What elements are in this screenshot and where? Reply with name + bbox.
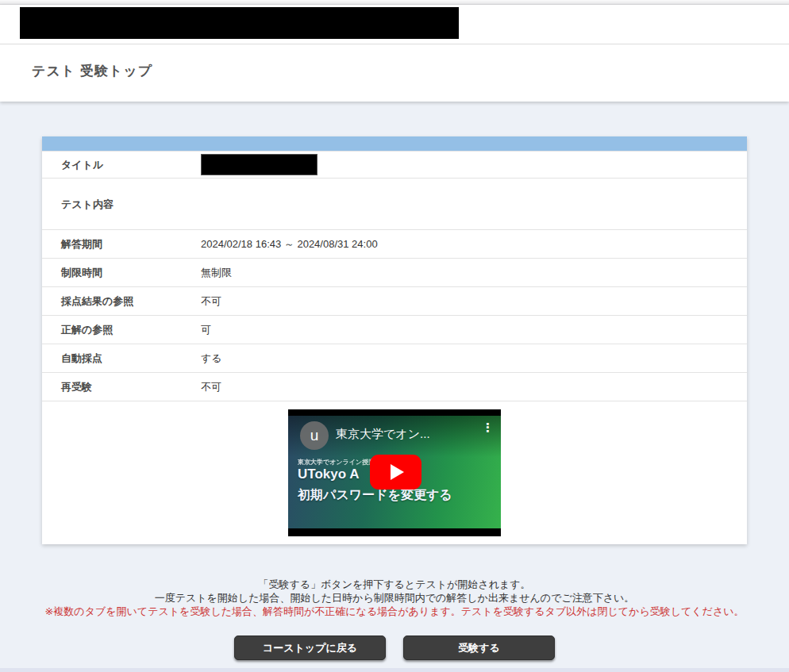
table-row-answer-reference: 正解の参照 可 bbox=[42, 315, 747, 344]
table-row-title: タイトル bbox=[42, 151, 747, 178]
row-value: 不可 bbox=[201, 380, 747, 394]
row-label: タイトル bbox=[42, 158, 201, 172]
play-button[interactable] bbox=[370, 455, 421, 490]
row-value bbox=[201, 154, 747, 175]
kebab-menu-icon[interactable]: ⋮ bbox=[482, 424, 493, 430]
row-value: 可 bbox=[201, 323, 747, 337]
redacted-test-title bbox=[201, 154, 318, 175]
start-exam-button[interactable]: 受験する bbox=[403, 636, 555, 660]
instruction-notes: 「受験する」ボタンを押下するとテストが開始されます。 一度テストを開始した場合、… bbox=[0, 578, 789, 618]
thumbnail-small-text: 東京大学でオンライン授業 bbox=[298, 458, 375, 467]
table-row-content: テスト内容 bbox=[42, 178, 747, 229]
thumbnail-text-line1: UTokyo A bbox=[298, 467, 359, 482]
note-line-warning: ※複数のタブを開いてテストを受験した場合、解答時間が不正確になる場合があります。… bbox=[0, 605, 789, 618]
table-row-auto-grading: 自動採点 する bbox=[42, 344, 747, 372]
channel-avatar[interactable]: u bbox=[300, 421, 329, 450]
play-icon bbox=[391, 464, 404, 480]
row-label: 自動採点 bbox=[42, 351, 201, 366]
action-buttons: コーストップに戻る 受験する bbox=[0, 636, 789, 660]
row-value: 不可 bbox=[201, 294, 747, 309]
row-value: する bbox=[201, 351, 747, 366]
row-label: 正解の参照 bbox=[42, 323, 201, 337]
page-title: テスト 受験トップ bbox=[32, 62, 152, 80]
row-label: 解答期間 bbox=[42, 237, 201, 252]
bottom-edge-strip bbox=[0, 668, 789, 672]
panel-header-bar bbox=[42, 136, 747, 151]
back-to-course-top-button[interactable]: コーストップに戻る bbox=[234, 636, 386, 660]
header-divider bbox=[0, 44, 789, 44]
note-line-2: 一度テストを開始した場合、開始した日時から制限時間内での解答しか出来ませんのでご… bbox=[0, 591, 789, 605]
main-content: タイトル テスト内容 解答期間 2024/02/18 16:43 ～ 2024/… bbox=[0, 102, 789, 660]
redacted-course-name bbox=[20, 7, 459, 39]
table-row-time-limit: 制限時間 無制限 bbox=[42, 258, 747, 286]
table-row-answer-period: 解答期間 2024/02/18 16:43 ～ 2024/08/31 24:00 bbox=[42, 229, 747, 258]
row-value: 2024/02/18 16:43 ～ 2024/08/31 24:00 bbox=[201, 237, 747, 252]
table-row-retake: 再受験 不可 bbox=[42, 372, 747, 401]
video-title[interactable]: 東京大学でオン... bbox=[336, 427, 430, 442]
test-info-panel: タイトル テスト内容 解答期間 2024/02/18 16:43 ～ 2024/… bbox=[42, 136, 747, 544]
youtube-embed[interactable]: u 東京大学でオン... ⋮ 東京大学でオンライン授業 UTokyo A 初期パ… bbox=[288, 409, 501, 536]
note-line-1: 「受験する」ボタンを押下するとテストが開始されます。 bbox=[0, 578, 789, 591]
page-header: テスト 受験トップ bbox=[0, 5, 789, 102]
row-label: 採点結果の参照 bbox=[42, 294, 201, 309]
table-row-score-reference: 採点結果の参照 不可 bbox=[42, 286, 747, 315]
row-value: 無制限 bbox=[201, 266, 747, 280]
row-label: 制限時間 bbox=[42, 266, 201, 280]
video-thumbnail[interactable]: u 東京大学でオン... ⋮ 東京大学でオンライン授業 UTokyo A 初期パ… bbox=[288, 416, 501, 528]
table-row-video: u 東京大学でオン... ⋮ 東京大学でオンライン授業 UTokyo A 初期パ… bbox=[42, 401, 747, 544]
row-label: 再受験 bbox=[42, 380, 201, 394]
thumbnail-text-line2: 初期パスワードを変更する bbox=[298, 487, 452, 504]
row-label: テスト内容 bbox=[42, 179, 201, 212]
